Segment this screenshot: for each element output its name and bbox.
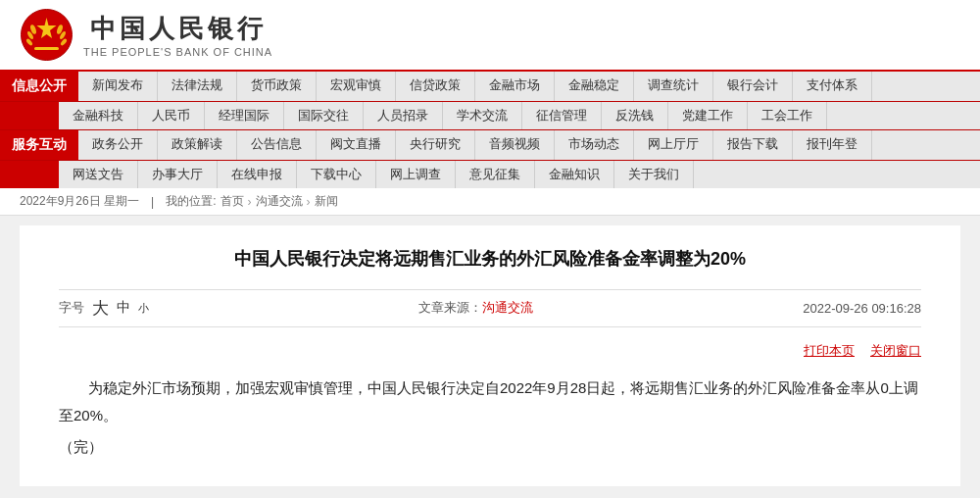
font-size-label: 字号 <box>59 299 84 317</box>
breadcrumb-section-link[interactable]: 沟通交流 <box>256 193 303 210</box>
logo-chinese-name: 中国人民银行 <box>90 12 267 46</box>
breadcrumb-current-page: 新闻 <box>315 193 338 210</box>
nav-item-media[interactable]: 音频视频 <box>475 130 555 160</box>
nav-item-fintech[interactable]: 金融科技 <box>59 102 138 129</box>
nav-item-law[interactable]: 法律法规 <box>158 72 237 101</box>
article-actions-bar: 打印本页 关闭窗口 <box>59 337 921 365</box>
nav-item-intl-mgr[interactable]: 经理国际 <box>205 102 284 129</box>
breadcrumb-home-link[interactable]: 首页 <box>220 193 244 210</box>
nav-item-party[interactable]: 党建工作 <box>668 102 748 129</box>
breadcrumb-my-position: 我的位置: <box>166 193 216 210</box>
article-end-text: （完） <box>59 438 921 457</box>
nav-spacer <box>0 102 59 129</box>
logo-text-area: 中国人民银行 THE PEOPLE'S BANK OF CHINA <box>83 12 272 58</box>
nav-items-row1: 新闻发布 法律法规 货币政策 宏观审慎 信贷政策 金融市场 金融稳定 调查统计 … <box>78 72 980 101</box>
main-navigation: 信息公开 新闻发布 法律法规 货币政策 宏观审慎 信贷政策 金融市场 金融稳定 … <box>0 72 980 188</box>
nav-info-label: 信息公开 <box>0 72 78 101</box>
nav-item-stable[interactable]: 金融稳定 <box>555 72 634 101</box>
font-size-controls: 字号 大 中 小 <box>59 297 149 320</box>
main-content-area: 中国人民银行决定将远期售汇业务的外汇风险准备金率调整为20% 字号 大 中 小 … <box>20 225 960 486</box>
nav-item-macro[interactable]: 宏观审慎 <box>317 72 396 101</box>
close-window-link[interactable]: 关闭窗口 <box>870 342 921 360</box>
breadcrumb-date: 2022年9月26日 星期一 <box>20 193 139 210</box>
article-title: 中国人民银行决定将远期售汇业务的外汇风险准备金率调整为20% <box>59 245 921 274</box>
nav-item-rmb[interactable]: 人民币 <box>138 102 205 129</box>
nav-item-online-apply[interactable]: 在线申报 <box>218 161 297 188</box>
nav-service-spacer <box>0 161 59 188</box>
nav-items-row2: 金融科技 人民币 经理国际 国际交往 人员招录 学术交流 征信管理 反洗钱 党建… <box>59 102 980 129</box>
nav-row-2: 金融科技 人民币 经理国际 国际交往 人员招录 学术交流 征信管理 反洗钱 党建… <box>0 101 980 129</box>
nav-items-row3: 政务公开 政策解读 公告信息 阀文直播 央行研究 音频视频 市场动态 网上厅厅 … <box>78 130 980 160</box>
nav-item-gov-open[interactable]: 政务公开 <box>78 130 158 160</box>
article-date: 2022-09-26 09:16:28 <box>803 301 921 316</box>
nav-item-reports[interactable]: 报告下载 <box>713 130 793 160</box>
article-meta-bar: 字号 大 中 小 文章来源：沟通交流 2022-09-26 09:16:28 <box>59 289 921 327</box>
source-label: 文章来源： <box>418 300 482 315</box>
article-source: 文章来源：沟通交流 <box>418 299 533 317</box>
breadcrumb-bar: 2022年9月26日 星期一 | 我的位置: 首页 › 沟通交流 › 新闻 <box>0 188 980 216</box>
print-page-link[interactable]: 打印本页 <box>804 342 855 360</box>
nav-item-academic[interactable]: 学术交流 <box>443 102 522 129</box>
nav-item-aml[interactable]: 反洗钱 <box>602 102 668 129</box>
nav-item-monetary[interactable]: 货币政策 <box>237 72 317 101</box>
font-small-button[interactable]: 小 <box>138 301 149 316</box>
nav-item-notice[interactable]: 公告信息 <box>237 130 317 160</box>
nav-item-recruit[interactable]: 人员招录 <box>364 102 443 129</box>
nav-item-bulletin[interactable]: 网送文告 <box>59 161 138 188</box>
svg-rect-8 <box>34 47 59 50</box>
nav-item-online-hall[interactable]: 网上厅厅 <box>634 130 713 160</box>
nav-item-credit-mgmt[interactable]: 征信管理 <box>522 102 602 129</box>
nav-item-online-survey[interactable]: 网上调查 <box>376 161 456 188</box>
nav-item-fin-knowledge[interactable]: 金融知识 <box>535 161 614 188</box>
logo-english-name: THE PEOPLE'S BANK OF CHINA <box>83 46 272 58</box>
nav-item-live[interactable]: 阀文直播 <box>317 130 396 160</box>
nav-item-payment[interactable]: 支付体系 <box>793 72 872 101</box>
breadcrumb-sep1: | <box>151 195 154 209</box>
nav-item-banking[interactable]: 银行会计 <box>713 72 793 101</box>
nav-item-service-hall[interactable]: 办事大厅 <box>138 161 218 188</box>
nav-item-survey[interactable]: 调查统计 <box>634 72 713 101</box>
font-medium-button[interactable]: 中 <box>117 299 130 317</box>
nav-row-3: 服务互动 政务公开 政策解读 公告信息 阀文直播 央行研究 音频视频 市场动态 … <box>0 129 980 160</box>
breadcrumb-arrow1: › <box>248 195 252 209</box>
site-header: 中国人民银行 THE PEOPLE'S BANK OF CHINA <box>0 0 980 72</box>
nav-item-research[interactable]: 央行研究 <box>396 130 475 160</box>
nav-item-market-dynamics[interactable]: 市场动态 <box>555 130 634 160</box>
source-name-link[interactable]: 沟通交流 <box>482 300 533 315</box>
nav-item-intl-rel[interactable]: 国际交往 <box>284 102 364 129</box>
nav-item-policy-interp[interactable]: 政策解读 <box>158 130 237 160</box>
logo-area: 中国人民银行 THE PEOPLE'S BANK OF CHINA <box>20 8 272 62</box>
nav-items-row4: 网送文告 办事大厅 在线申报 下载中心 网上调查 意见征集 金融知识 关于我们 <box>59 161 980 188</box>
nav-item-news[interactable]: 新闻发布 <box>78 72 158 101</box>
article-body-text: 为稳定外汇市场预期，加强宏观审慎管理，中国人民银行决定自2022年9月28日起，… <box>59 374 921 430</box>
nav-item-download[interactable]: 下载中心 <box>297 161 376 188</box>
nav-row-1: 信息公开 新闻发布 法律法规 货币政策 宏观审慎 信贷政策 金融市场 金融稳定 … <box>0 72 980 101</box>
breadcrumb-arrow2: › <box>307 195 311 209</box>
nav-item-about[interactable]: 关于我们 <box>614 161 694 188</box>
nav-item-market[interactable]: 金融市场 <box>475 72 555 101</box>
nav-item-periodicals[interactable]: 报刊年登 <box>793 130 872 160</box>
logo-emblem-icon <box>20 8 74 62</box>
nav-item-credit[interactable]: 信贷政策 <box>396 72 475 101</box>
font-large-button[interactable]: 大 <box>92 297 109 320</box>
nav-service-label: 服务互动 <box>0 130 78 160</box>
nav-item-suggestions[interactable]: 意见征集 <box>456 161 535 188</box>
nav-row-4: 网送文告 办事大厅 在线申报 下载中心 网上调查 意见征集 金融知识 关于我们 <box>0 160 980 188</box>
nav-item-union[interactable]: 工会工作 <box>748 102 827 129</box>
